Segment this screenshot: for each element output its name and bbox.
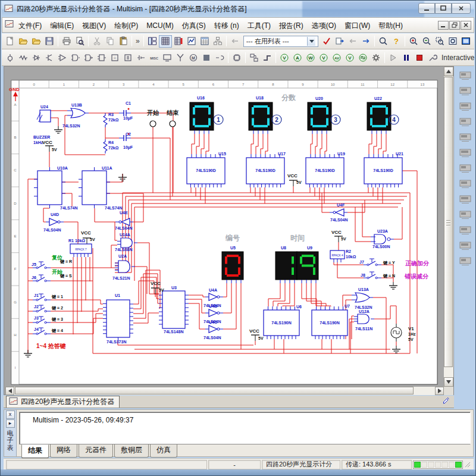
dropdown-arrow-icon[interactable] bbox=[307, 37, 315, 46]
stop-simulation-button[interactable] bbox=[413, 51, 426, 64]
voltage-probe-button[interactable]: V bbox=[278, 51, 291, 64]
place-ttl-button[interactable] bbox=[69, 51, 82, 64]
hierarchical-block-button[interactable] bbox=[248, 51, 261, 64]
place-ni-button[interactable] bbox=[200, 51, 213, 64]
menu-item-8[interactable]: 报告(R) bbox=[275, 20, 308, 32]
place-peripherals-button[interactable] bbox=[161, 51, 174, 64]
menu-item-1[interactable]: 编辑(E) bbox=[46, 20, 78, 32]
help-button[interactable]: ? bbox=[390, 35, 403, 48]
mdi-minimize-button[interactable] bbox=[438, 21, 449, 30]
diff-voltage-probe-button[interactable]: V bbox=[317, 51, 330, 64]
place-electromech-button[interactable]: M bbox=[187, 51, 200, 64]
place-connector-button[interactable] bbox=[213, 51, 226, 64]
probe-settings-button[interactable] bbox=[369, 51, 383, 64]
place-diode-button[interactable] bbox=[30, 51, 43, 64]
instrument-icon-3[interactable] bbox=[458, 116, 473, 129]
place-misc-button[interactable]: MISC bbox=[148, 51, 161, 64]
place-analog-button[interactable] bbox=[56, 51, 69, 64]
instrument-icon-9[interactable] bbox=[458, 209, 473, 221]
sheet-tab-1[interactable]: 网络 bbox=[50, 444, 77, 458]
place-indicator-button[interactable] bbox=[121, 51, 134, 64]
new-file-button[interactable] bbox=[4, 35, 17, 48]
place-basic-button[interactable] bbox=[17, 51, 30, 64]
instrument-icon-6[interactable] bbox=[458, 162, 473, 175]
instrument-icon-0[interactable] bbox=[458, 70, 473, 82]
sheet-tab-3[interactable]: 敷铜层 bbox=[114, 444, 149, 458]
scroll-down-button[interactable] bbox=[444, 377, 453, 387]
digital-probe-button[interactable] bbox=[356, 51, 369, 64]
place-power-button[interactable] bbox=[134, 51, 148, 64]
sheet-tab-2[interactable]: 元器件 bbox=[79, 444, 113, 458]
vertical-scrollbar[interactable] bbox=[444, 67, 453, 387]
resize-grip[interactable] bbox=[464, 461, 471, 468]
back-annotate-button[interactable] bbox=[346, 35, 359, 48]
place-mixed-button[interactable]: ÷ bbox=[108, 51, 121, 64]
zoom-fit-button[interactable] bbox=[446, 35, 459, 48]
save-button[interactable] bbox=[43, 35, 56, 48]
vertical-scroll-thumb[interactable] bbox=[444, 77, 453, 367]
menu-item-10[interactable]: 窗口(W) bbox=[340, 20, 374, 32]
cut-button[interactable] bbox=[90, 35, 104, 48]
instrument-icon-11[interactable] bbox=[458, 240, 473, 252]
grapher-button[interactable] bbox=[185, 35, 198, 48]
menu-item-2[interactable]: 视图(V) bbox=[78, 20, 110, 32]
postprocessor-button[interactable] bbox=[198, 35, 211, 48]
find-button[interactable] bbox=[377, 35, 390, 48]
pause-simulation-button[interactable] bbox=[400, 51, 413, 64]
scroll-left-button[interactable] bbox=[5, 387, 14, 395]
horizontal-scrollbar[interactable] bbox=[5, 387, 444, 395]
menu-item-9[interactable]: 选项(O) bbox=[308, 20, 340, 32]
menu-item-5[interactable]: 仿真(S) bbox=[178, 20, 210, 32]
copy-button[interactable] bbox=[104, 35, 117, 48]
volt-current-probe-button[interactable]: AV bbox=[330, 51, 343, 64]
transfer-button[interactable] bbox=[359, 35, 372, 48]
instrument-icon-10[interactable] bbox=[458, 224, 473, 237]
zoom-out-button[interactable] bbox=[420, 35, 433, 48]
instrument-icon-4[interactable] bbox=[458, 131, 473, 144]
scroll-up-button[interactable] bbox=[444, 67, 453, 76]
print-button[interactable] bbox=[60, 35, 73, 48]
place-source-button[interactable] bbox=[4, 51, 17, 64]
run-simulation-button[interactable] bbox=[387, 51, 400, 64]
restore-button[interactable] bbox=[435, 3, 452, 14]
instrument-icon-2[interactable] bbox=[458, 101, 473, 113]
place-cmos-button[interactable] bbox=[82, 51, 95, 64]
sheet-tab-4[interactable]: 仿真 bbox=[150, 444, 177, 458]
sheet-tab-0[interactable]: 结果 bbox=[21, 444, 49, 459]
instrument-icon-8[interactable] bbox=[458, 193, 473, 206]
open-file-button[interactable] bbox=[17, 35, 30, 48]
spreadsheet-pin-button[interactable]: ▸ bbox=[6, 419, 15, 428]
forward-annotate-button[interactable] bbox=[333, 35, 346, 48]
instrument-icon-1[interactable] bbox=[458, 85, 473, 98]
menu-item-3[interactable]: 绘制(P) bbox=[110, 20, 142, 32]
menu-item-11[interactable]: 帮助(H) bbox=[374, 20, 407, 32]
schematic-canvas[interactable]: 012345678910111213ABCDEFGHIRPACK 7123474… bbox=[5, 67, 444, 387]
power-probe-button[interactable]: W bbox=[304, 51, 317, 64]
edit-mode-icon[interactable] bbox=[441, 396, 450, 408]
mdi-restore-button[interactable] bbox=[449, 21, 460, 30]
spreadsheet-view-button[interactable] bbox=[159, 35, 172, 48]
spreadsheet-close-button[interactable]: x bbox=[6, 411, 15, 419]
current-probe-button[interactable]: A bbox=[291, 51, 304, 64]
instrument-icon-12[interactable] bbox=[458, 255, 473, 268]
print-preview-button[interactable] bbox=[73, 35, 86, 48]
database-manager-button[interactable] bbox=[172, 35, 185, 48]
mdi-close-button[interactable] bbox=[461, 21, 471, 30]
menu-item-6[interactable]: 转移 (n) bbox=[210, 20, 243, 32]
menu-item-7[interactable]: 工具(T) bbox=[243, 20, 275, 32]
document-tab[interactable]: 四路20秒声光显示计分抢答器 bbox=[6, 396, 120, 408]
menu-item-4[interactable]: MCU(M) bbox=[142, 20, 177, 32]
open-sample-button[interactable] bbox=[30, 35, 43, 48]
hierarchy-button[interactable] bbox=[211, 35, 224, 48]
zoom-area-button[interactable] bbox=[433, 35, 446, 48]
scroll-right-button[interactable] bbox=[435, 387, 444, 395]
ref-voltage-probe-button[interactable]: V bbox=[343, 51, 356, 64]
place-misc-digital-button[interactable] bbox=[95, 51, 108, 64]
horizontal-scroll-thumb[interactable] bbox=[15, 387, 414, 394]
place-rf-button[interactable] bbox=[174, 51, 187, 64]
title-bar[interactable]: 四路20秒声光显示计分抢答器 - Multisim - [四路20秒声光显示计分… bbox=[2, 1, 474, 17]
in-use-list-dropdown[interactable]: --- 在用列表 --- bbox=[243, 36, 318, 47]
instrument-icon-5[interactable] bbox=[458, 147, 473, 159]
zoom-in-button[interactable] bbox=[407, 35, 420, 48]
paste-button[interactable] bbox=[117, 35, 130, 48]
